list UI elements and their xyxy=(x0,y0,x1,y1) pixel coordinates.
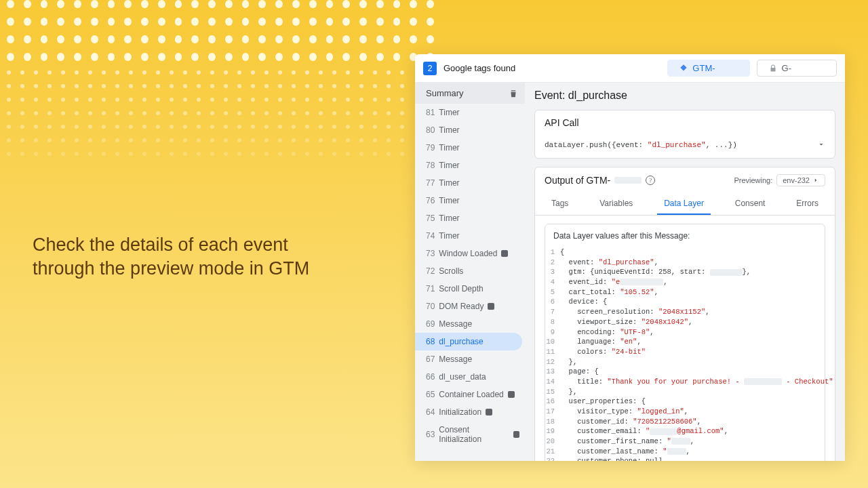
api-call-card: API Call dataLayer.push({event: "dl_purc… xyxy=(534,110,835,159)
sidebar-event-item[interactable]: 69 Message xyxy=(415,315,525,333)
event-label: Initialization xyxy=(439,407,481,417)
event-number: 66 xyxy=(426,372,435,382)
output-card: Output of GTM- red ? Previewing: env-232… xyxy=(534,167,835,461)
event-label: Consent Initialization xyxy=(439,425,509,444)
event-number: 71 xyxy=(426,284,435,293)
event-number: 63 xyxy=(426,430,435,439)
event-title: Event: dl_purchase xyxy=(534,89,835,102)
event-number: 74 xyxy=(426,231,435,241)
tab-consent[interactable]: Consent xyxy=(728,193,772,215)
event-number: 78 xyxy=(426,161,435,170)
code-line: 8 viewport_size: "2048x1042", xyxy=(545,317,825,327)
data-layer-panel: Data Layer values after this Message: 1{… xyxy=(545,224,825,461)
event-number: 77 xyxy=(426,178,435,188)
code-line: 20 customer_first_name: "x, xyxy=(545,436,825,447)
event-label: Timer xyxy=(439,231,459,241)
event-label: Message xyxy=(439,319,472,329)
event-number: 73 xyxy=(426,249,435,258)
event-label: Timer xyxy=(439,161,459,170)
code-line: 14 title: "Thank you for your purchase! … xyxy=(545,377,825,387)
event-label: Window Loaded xyxy=(439,249,497,258)
output-tabs: TagsVariablesData LayerConsentErrors xyxy=(535,193,835,216)
code-line: 15 }, xyxy=(545,387,825,397)
event-number: 67 xyxy=(426,354,435,364)
chip-gtm-label: GTM- xyxy=(692,63,715,73)
api-call-row[interactable]: dataLayer.push({event: "dl_purchase", ..… xyxy=(535,135,835,158)
tag-count-badge: 2 xyxy=(423,62,437,75)
event-label: Timer xyxy=(439,214,459,223)
sidebar-event-item[interactable]: 70 DOM Ready xyxy=(415,298,525,315)
event-number: 79 xyxy=(426,143,435,152)
summary-header[interactable]: Summary xyxy=(415,83,525,104)
main-area: Summary 81 Timer80 Timer79 Timer78 Timer… xyxy=(415,83,845,461)
code-line: 18 customer_id: "7205212258606", xyxy=(545,417,825,427)
chip-gtm[interactable]: GTM- xyxy=(667,60,749,77)
chip-g-label: G- xyxy=(782,63,791,73)
code-line: 17 visitor_type: "logged_in", xyxy=(545,407,825,417)
event-number: 68 xyxy=(426,337,435,346)
code-line: 1{ xyxy=(545,247,825,258)
event-label: dl_purchase xyxy=(439,337,483,346)
chevron-down-icon xyxy=(817,139,825,151)
tab-tags[interactable]: Tags xyxy=(545,193,575,215)
tab-variables[interactable]: Variables xyxy=(593,193,639,215)
content-panel: Event: dl_purchase API Call dataLayer.pu… xyxy=(525,83,845,461)
event-label: Timer xyxy=(439,178,459,188)
gtm-icon xyxy=(679,64,688,73)
sidebar-event-item[interactable]: 75 Timer xyxy=(415,209,525,227)
sidebar-event-item[interactable]: 63 Consent Initialization xyxy=(415,421,525,448)
event-number: 72 xyxy=(426,266,435,276)
event-number: 81 xyxy=(426,108,435,117)
sidebar-event-item[interactable]: 68 dl_purchase xyxy=(415,333,522,350)
event-label: Timer xyxy=(439,196,459,205)
info-icon[interactable]: ? xyxy=(646,176,655,185)
code-line: 4 event_id: "ex, xyxy=(545,277,825,287)
sidebar-event-item[interactable]: 72 Scrolls xyxy=(415,262,525,280)
sidebar-event-item[interactable]: 78 Timer xyxy=(415,157,525,174)
sidebar-event-item[interactable]: 67 Message xyxy=(415,350,525,368)
sidebar-event-item[interactable]: 65 Container Loaded xyxy=(415,386,525,403)
tags-found-label: Google tags found xyxy=(443,63,515,73)
sidebar-event-item[interactable]: 74 Timer xyxy=(415,227,525,245)
tag-fired-badge-icon xyxy=(501,250,508,257)
redacted: x xyxy=(620,279,663,285)
redacted: x xyxy=(650,428,677,435)
sidebar-event-item[interactable]: 77 Timer xyxy=(415,174,525,192)
tab-errors[interactable]: Errors xyxy=(789,193,825,215)
sidebar-event-item[interactable]: 81 Timer xyxy=(415,104,525,121)
lock-icon xyxy=(768,64,778,73)
caption-line-1: Check the details of each event xyxy=(33,233,309,257)
data-layer-title: Data Layer values after this Message: xyxy=(545,231,825,247)
clear-icon[interactable] xyxy=(509,89,518,98)
code-line: 21 customer_last_name: "x, xyxy=(545,447,825,457)
marketing-caption: Check the details of each event through … xyxy=(33,233,309,281)
event-label: Timer xyxy=(439,143,459,152)
event-number: 64 xyxy=(426,407,435,417)
sidebar-event-item[interactable]: 64 Initialization xyxy=(415,403,525,421)
code-line: 11 colors: "24-bit" xyxy=(545,347,825,357)
sidebar-event-item[interactable]: 66 dl_user_data xyxy=(415,368,525,386)
tab-data-layer[interactable]: Data Layer xyxy=(657,193,711,215)
event-label: Message xyxy=(439,354,472,364)
event-label: Timer xyxy=(439,125,459,135)
sidebar-event-item[interactable]: 79 Timer xyxy=(415,139,525,157)
top-bar: 2 Google tags found GTM- G- xyxy=(415,54,845,83)
code-line: 7 screen_resolution: "2048x1152", xyxy=(545,307,825,317)
sidebar-event-item[interactable]: 73 Window Loaded xyxy=(415,245,525,262)
code-line: 2 event: "dl_purchase", xyxy=(545,258,825,268)
event-sidebar: Summary 81 Timer80 Timer79 Timer78 Timer… xyxy=(415,83,525,461)
api-call-header: API Call xyxy=(535,110,835,135)
caption-line-2: through the preview mode in GTM xyxy=(33,257,309,281)
chip-g[interactable]: G- xyxy=(757,60,837,77)
code-line: 6 device: { xyxy=(545,297,825,307)
redacted: red xyxy=(614,177,642,184)
env-pill[interactable]: env-232 xyxy=(776,174,825,186)
sidebar-event-item[interactable]: 80 Timer xyxy=(415,121,525,139)
code-line: 16 user_properties: { xyxy=(545,396,825,407)
sidebar-event-item[interactable]: 71 Scroll Depth xyxy=(415,280,525,298)
sidebar-event-item[interactable]: 76 Timer xyxy=(415,192,525,209)
data-layer-code: 1{2 event: "dl_purchase",3 gtm: {uniqueE… xyxy=(545,247,825,461)
event-number: 80 xyxy=(426,125,435,135)
event-number: 75 xyxy=(426,214,435,223)
summary-label: Summary xyxy=(426,88,464,98)
